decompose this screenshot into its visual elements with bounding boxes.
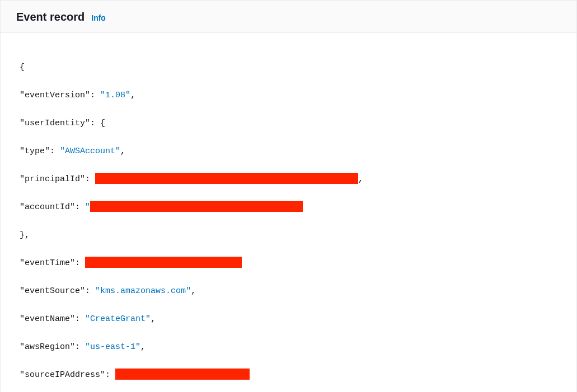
redacted-value	[85, 257, 242, 268]
event-json-block: { "eventVersion": "1.08", "userIdentity"…	[1, 33, 576, 392]
redacted-value	[90, 201, 303, 212]
code-line: "sourceIPAddress":	[20, 368, 576, 382]
code-line: "accountId": "	[20, 200, 576, 214]
code-line: "principalId": ,	[20, 172, 576, 186]
panel-header: Event record Info	[1, 1, 576, 33]
panel-title: Event record	[16, 11, 85, 23]
code-line: {	[20, 60, 576, 74]
code-line: "eventName": "CreateGrant",	[20, 312, 576, 326]
code-line: "awsRegion": "us-east-1",	[20, 340, 576, 354]
code-line: "eventVersion": "1.08",	[20, 88, 576, 102]
event-record-panel: Event record Info { "eventVersion": "1.0…	[0, 0, 577, 392]
redacted-value	[115, 369, 250, 380]
redacted-value	[95, 173, 358, 184]
code-line: },	[20, 228, 576, 242]
code-line: "eventSource": "kms.amazonaws.com",	[20, 284, 576, 298]
info-link[interactable]: Info	[91, 13, 106, 22]
code-line: "type": "AWSAccount",	[20, 144, 576, 158]
code-line: "eventTime":	[20, 256, 576, 270]
code-line: "userIdentity": {	[20, 116, 576, 130]
